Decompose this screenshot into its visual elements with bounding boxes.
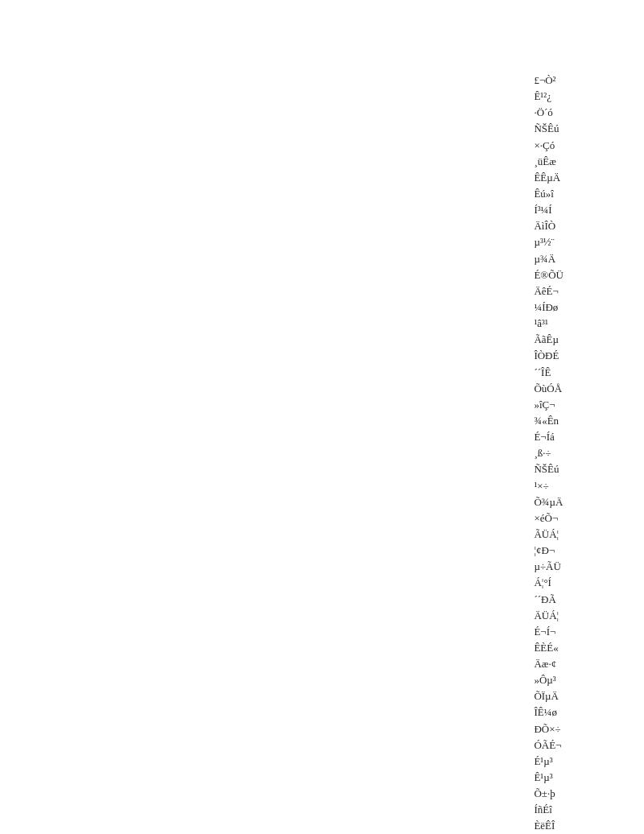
text-line: ·Ö´ó — [534, 105, 564, 121]
text-line: ×·Çó — [534, 138, 564, 154]
text-line: ÑŠÊú — [534, 121, 564, 137]
text-line: ¦¢Ð¬ — [534, 543, 564, 559]
text-line: ÑŠÊú — [534, 461, 564, 477]
text-line: µ³½¨ — [534, 234, 564, 250]
text-line: ÄÜÁ¦ — [534, 608, 564, 624]
text-line: ÄìÎÒ — [534, 218, 564, 234]
text-line: ÍñÉî — [534, 802, 564, 818]
text-line: ÄêÉ¬ — [534, 283, 564, 299]
text-line: ÈëÊÎ — [534, 818, 564, 834]
text-line: µ¾Ä — [534, 251, 564, 267]
text-line: Á¦°Í — [534, 575, 564, 591]
text-line: ¸ß·÷ — [534, 445, 564, 461]
text-line: Ê¹µ³ — [534, 770, 564, 786]
text-line: ¹×÷ — [534, 478, 564, 494]
main-text-block: £¬Ò²Ê¹²¿·Ö´óÑŠÊú×·Çó¸üÊæÊÊµÄÊú»îÍ³¼ÍÄìÎÒ… — [534, 72, 564, 834]
text-line: ÃãÊµ — [534, 332, 564, 348]
text-line: Äæ·¢ — [534, 656, 564, 672]
text-line: ´´ÐÃ — [534, 592, 564, 608]
text-line: »îÇ¬ — [534, 397, 564, 413]
text-line: ¾«Ên — [534, 413, 564, 429]
text-line: É¬Íá — [534, 429, 564, 445]
text-line: ÊÈÉ« — [534, 640, 564, 656]
text-line: Êú»î — [534, 186, 564, 202]
text-line: ÐÕ×÷ — [534, 721, 564, 737]
text-line: £¬Ò² — [534, 72, 564, 89]
text-line: ÎÊ¼ø — [534, 704, 564, 720]
text-line: µ÷ÃÜ — [534, 559, 564, 575]
text-line: Ê¹²¿ — [534, 89, 564, 105]
text-line: ×éÕ¬ — [534, 510, 564, 526]
text-line: ÕùÓÅ — [534, 381, 564, 397]
text-line: É®ÕÜ — [534, 267, 564, 283]
text-line: Í³¼Í — [534, 202, 564, 218]
text-line: ¹â³¹ — [534, 316, 564, 332]
text-line: ÎÒÐÉ — [534, 348, 564, 364]
text-line: Õ±·þ — [534, 786, 564, 802]
text-line: ÓÃÉ¬ — [534, 737, 564, 753]
text-line: ´´ÎÊ — [534, 365, 564, 381]
text-line: É¹µ³ — [534, 753, 564, 770]
text-line: ¼ÍÐø — [534, 299, 564, 316]
text-line: ÕÏµÄ — [534, 688, 564, 704]
text-line: ÊÊµÄ — [534, 170, 564, 186]
text-line: É¬Í¬ — [534, 624, 564, 640]
text-line: ÃÜÁ¦ — [534, 526, 564, 543]
text-line: Õ¾µÄ — [534, 494, 564, 510]
text-line: ¸üÊæ — [534, 154, 564, 170]
text-line: »Ôµ³ — [534, 672, 564, 688]
